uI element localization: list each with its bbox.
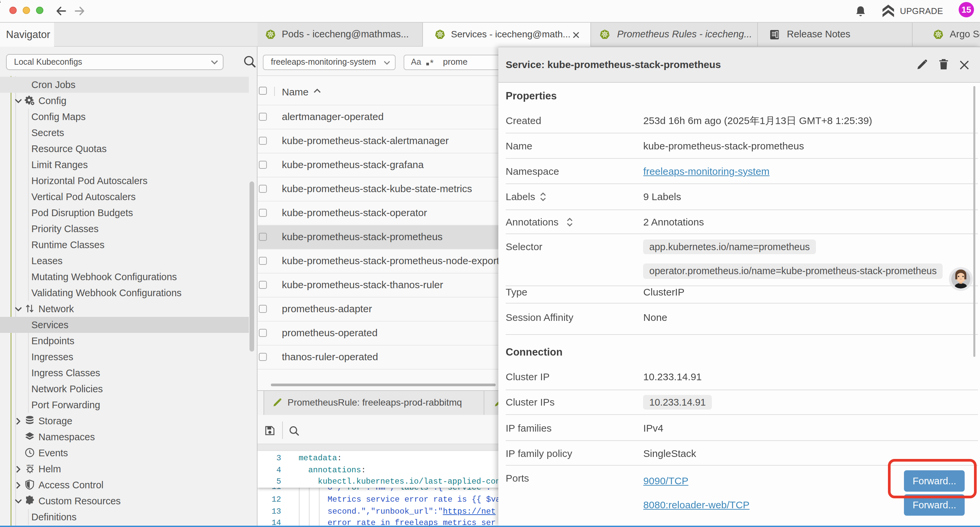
svg-text:HELM: HELM (26, 464, 33, 467)
